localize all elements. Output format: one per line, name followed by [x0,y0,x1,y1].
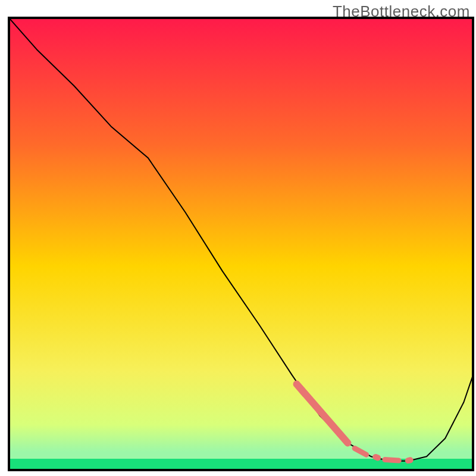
series-highlight-dot-2 [408,460,411,461]
watermark-text: TheBottleneck.com [333,2,470,21]
gradient-background [9,18,473,470]
series-highlight-dot-1 [375,457,378,458]
chart-stage: TheBottleneck.com [0,0,476,476]
bottleneck-chart [0,0,476,476]
series-highlight-dash-b [385,460,399,461]
plot-area [9,18,473,470]
